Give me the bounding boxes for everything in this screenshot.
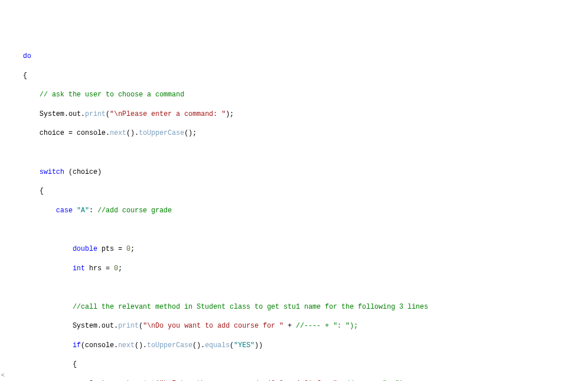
op: + <box>284 322 296 330</box>
method-next: next <box>118 341 135 349</box>
comment: //call the relevant method in Student cl… <box>72 303 428 311</box>
method-print: print <box>85 110 106 118</box>
blank-line <box>23 283 582 293</box>
semi: ; <box>130 245 134 253</box>
method-print: print <box>118 322 139 330</box>
paren: )) <box>254 341 262 349</box>
colon: : <box>89 207 97 215</box>
code-line: // ask the user to choose a command <box>23 90 582 100</box>
dot: .out. <box>98 322 118 330</box>
keyword-switch: switch <box>40 168 64 176</box>
comment-tail: //---- + ": "); <box>296 322 358 330</box>
dot: .out. <box>64 110 85 118</box>
method-touppercase: toUpperCase <box>139 129 184 137</box>
expr: hrs = <box>85 265 114 273</box>
comment: //add course grade <box>98 207 172 215</box>
brace: { <box>72 360 76 368</box>
case-literal: "A" <box>77 207 90 215</box>
expr: choice = console. <box>40 129 110 137</box>
code-line: { <box>23 360 582 370</box>
method-next: next <box>110 129 126 137</box>
blank-line <box>23 225 582 235</box>
code-block: do { // ask the user to choose a command… <box>23 42 582 381</box>
dot: (). <box>134 341 147 349</box>
keyword-do: do <box>23 52 31 60</box>
code-line: choice = console.next().toUpperCase(); <box>23 129 582 138</box>
code-line: { <box>23 186 582 196</box>
code-line: switch (choice) <box>23 168 582 177</box>
number: 0 <box>114 265 118 273</box>
code-line: case "A": //add course grade <box>23 206 582 216</box>
brace: { <box>23 72 27 80</box>
code-line: //call the relevant method in Student cl… <box>23 302 582 312</box>
paren: (); <box>184 129 197 137</box>
dot: (). <box>192 341 205 349</box>
code-line: do <box>23 52 582 61</box>
method-touppercase: toUpperCase <box>147 341 192 349</box>
keyword-if: if <box>72 341 80 349</box>
keyword-double: double <box>72 245 97 253</box>
string: "\nPlease enter a command: " <box>110 110 226 118</box>
code-line: { <box>23 71 582 81</box>
paren: ); <box>226 110 234 118</box>
expr: pts = <box>98 245 126 253</box>
code-line: if(console.next().toUpperCase().equals("… <box>23 341 582 351</box>
brace: { <box>40 187 44 195</box>
string: "\nDo you want to add course for " <box>143 322 284 330</box>
keyword-int: int <box>72 265 85 273</box>
semi: ; <box>118 265 122 273</box>
expr: (choice) <box>64 168 102 176</box>
yes-literal: "YES" <box>234 341 254 349</box>
code-line: double pts = 0; <box>23 244 582 254</box>
blank-line <box>23 148 582 158</box>
code-line: System.out.print("\nPlease enter a comma… <box>23 110 582 119</box>
dot: (). <box>126 129 139 137</box>
ident: System <box>72 322 97 330</box>
scroll-left-icon: < <box>1 372 5 380</box>
ident: System <box>40 110 64 118</box>
comment: // ask the user to choose a command <box>40 91 184 99</box>
method-equals: equals <box>205 341 230 349</box>
keyword-case: case <box>56 207 77 215</box>
code-line: System.out.print("\nDo you want to add c… <box>23 321 582 331</box>
expr: (console. <box>81 341 118 349</box>
code-line: int hrs = 0; <box>23 264 582 274</box>
paren: ( <box>139 322 143 330</box>
